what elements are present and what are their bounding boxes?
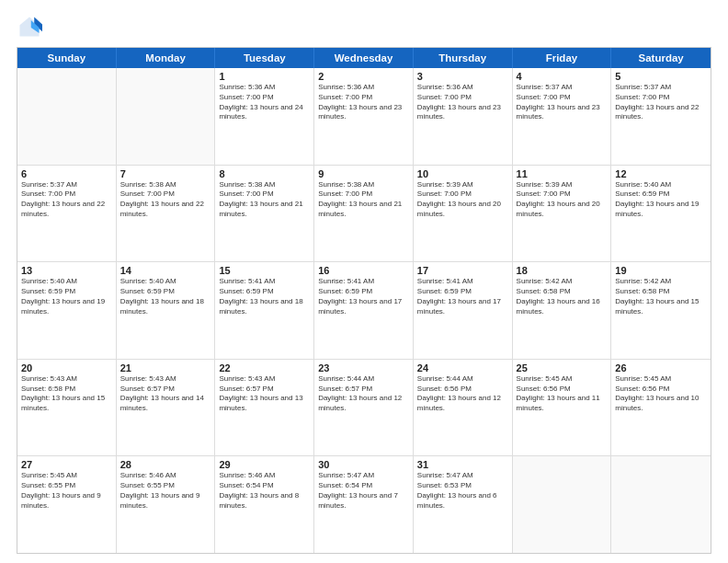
sun-info: Sunrise: 5:37 AM Sunset: 7:00 PM Dayligh… (615, 83, 707, 122)
calendar-cell: 26Sunrise: 5:45 AM Sunset: 6:56 PM Dayli… (611, 360, 711, 456)
day-number: 15 (219, 265, 310, 276)
calendar-cell: 10Sunrise: 5:39 AM Sunset: 7:00 PM Dayli… (414, 166, 513, 262)
calendar-cell: 20Sunrise: 5:43 AM Sunset: 6:58 PM Dayli… (17, 360, 117, 456)
sun-info: Sunrise: 5:38 AM Sunset: 7:00 PM Dayligh… (120, 180, 211, 220)
sun-info: Sunrise: 5:44 AM Sunset: 6:56 PM Dayligh… (417, 374, 508, 414)
sun-info: Sunrise: 5:36 AM Sunset: 7:00 PM Dayligh… (219, 83, 310, 122)
calendar-cell (117, 68, 216, 165)
sun-info: Sunrise: 5:37 AM Sunset: 7:00 PM Dayligh… (517, 83, 608, 122)
day-number: 19 (615, 265, 707, 276)
calendar-week-row: 13Sunrise: 5:40 AM Sunset: 6:59 PM Dayli… (17, 262, 711, 360)
day-number: 2 (318, 71, 409, 82)
calendar-body: 1Sunrise: 5:36 AM Sunset: 7:00 PM Daylig… (17, 68, 711, 553)
sun-info: Sunrise: 5:45 AM Sunset: 6:56 PM Dayligh… (517, 374, 608, 414)
cal-header-cell: Thursday (414, 48, 513, 68)
day-number: 23 (318, 362, 409, 373)
calendar-cell (611, 456, 711, 553)
calendar-cell: 8Sunrise: 5:38 AM Sunset: 7:00 PM Daylig… (215, 166, 314, 262)
calendar-cell: 7Sunrise: 5:38 AM Sunset: 7:00 PM Daylig… (117, 166, 216, 262)
sun-info: Sunrise: 5:45 AM Sunset: 6:55 PM Dayligh… (21, 471, 112, 511)
cal-header-cell: Tuesday (215, 48, 314, 68)
sun-info: Sunrise: 5:45 AM Sunset: 6:56 PM Dayligh… (615, 374, 707, 414)
day-number: 4 (517, 71, 608, 82)
calendar-cell (513, 456, 612, 553)
calendar-cell: 24Sunrise: 5:44 AM Sunset: 6:56 PM Dayli… (414, 360, 513, 456)
calendar-cell: 25Sunrise: 5:45 AM Sunset: 6:56 PM Dayli… (513, 360, 612, 456)
calendar-week-row: 27Sunrise: 5:45 AM Sunset: 6:55 PM Dayli… (17, 456, 711, 553)
calendar-week-row: 6Sunrise: 5:37 AM Sunset: 7:00 PM Daylig… (17, 166, 711, 263)
calendar-cell: 19Sunrise: 5:42 AM Sunset: 6:58 PM Dayli… (611, 262, 711, 359)
day-number: 21 (120, 362, 211, 373)
cal-header-cell: Wednesday (314, 48, 414, 68)
sun-info: Sunrise: 5:42 AM Sunset: 6:58 PM Dayligh… (615, 277, 707, 316)
sun-info: Sunrise: 5:40 AM Sunset: 6:59 PM Dayligh… (21, 277, 112, 316)
sun-info: Sunrise: 5:40 AM Sunset: 6:59 PM Dayligh… (120, 277, 211, 316)
logo (17, 14, 46, 40)
calendar: SundayMondayTuesdayWednesdayThursdayFrid… (17, 47, 711, 554)
sun-info: Sunrise: 5:43 AM Sunset: 6:57 PM Dayligh… (219, 374, 310, 414)
day-number: 28 (120, 459, 211, 470)
calendar-cell: 2Sunrise: 5:36 AM Sunset: 7:00 PM Daylig… (314, 68, 414, 165)
calendar-cell: 27Sunrise: 5:45 AM Sunset: 6:55 PM Dayli… (17, 456, 117, 553)
day-number: 29 (219, 459, 310, 470)
day-number: 22 (219, 362, 310, 373)
calendar-cell: 23Sunrise: 5:44 AM Sunset: 6:57 PM Dayli… (314, 360, 414, 456)
day-number: 7 (120, 168, 211, 179)
sun-info: Sunrise: 5:47 AM Sunset: 6:54 PM Dayligh… (318, 471, 409, 511)
sun-info: Sunrise: 5:39 AM Sunset: 7:00 PM Dayligh… (417, 180, 508, 220)
calendar-cell: 31Sunrise: 5:47 AM Sunset: 6:53 PM Dayli… (414, 456, 513, 553)
sun-info: Sunrise: 5:37 AM Sunset: 7:00 PM Dayligh… (21, 180, 112, 220)
sun-info: Sunrise: 5:47 AM Sunset: 6:53 PM Dayligh… (417, 471, 508, 511)
calendar-header: SundayMondayTuesdayWednesdayThursdayFrid… (17, 48, 711, 68)
day-number: 8 (219, 168, 310, 179)
day-number: 11 (517, 168, 608, 179)
calendar-cell (17, 68, 117, 165)
day-number: 5 (615, 71, 707, 82)
sun-info: Sunrise: 5:36 AM Sunset: 7:00 PM Dayligh… (318, 83, 409, 122)
calendar-cell: 14Sunrise: 5:40 AM Sunset: 6:59 PM Dayli… (117, 262, 216, 359)
calendar-cell: 1Sunrise: 5:36 AM Sunset: 7:00 PM Daylig… (215, 68, 314, 165)
calendar-cell: 12Sunrise: 5:40 AM Sunset: 6:59 PM Dayli… (611, 166, 711, 262)
calendar-week-row: 1Sunrise: 5:36 AM Sunset: 7:00 PM Daylig… (17, 68, 711, 166)
day-number: 30 (318, 459, 409, 470)
sun-info: Sunrise: 5:41 AM Sunset: 6:59 PM Dayligh… (417, 277, 508, 316)
day-number: 3 (417, 71, 508, 82)
day-number: 24 (417, 362, 508, 373)
day-number: 20 (21, 362, 112, 373)
day-number: 6 (21, 168, 112, 179)
cal-header-cell: Friday (513, 48, 612, 68)
sun-info: Sunrise: 5:42 AM Sunset: 6:58 PM Dayligh… (517, 277, 608, 316)
calendar-cell: 22Sunrise: 5:43 AM Sunset: 6:57 PM Dayli… (215, 360, 314, 456)
day-number: 27 (21, 459, 112, 470)
calendar-cell: 13Sunrise: 5:40 AM Sunset: 6:59 PM Dayli… (17, 262, 117, 359)
calendar-cell: 9Sunrise: 5:38 AM Sunset: 7:00 PM Daylig… (314, 166, 414, 262)
calendar-cell: 30Sunrise: 5:47 AM Sunset: 6:54 PM Dayli… (314, 456, 414, 553)
calendar-cell: 28Sunrise: 5:46 AM Sunset: 6:55 PM Dayli… (117, 456, 216, 553)
calendar-cell: 16Sunrise: 5:41 AM Sunset: 6:59 PM Dayli… (314, 262, 414, 359)
sun-info: Sunrise: 5:43 AM Sunset: 6:57 PM Dayligh… (120, 374, 211, 414)
calendar-cell: 6Sunrise: 5:37 AM Sunset: 7:00 PM Daylig… (17, 166, 117, 262)
sun-info: Sunrise: 5:40 AM Sunset: 6:59 PM Dayligh… (615, 180, 707, 220)
day-number: 16 (318, 265, 409, 276)
calendar-cell: 5Sunrise: 5:37 AM Sunset: 7:00 PM Daylig… (611, 68, 711, 165)
calendar-cell: 29Sunrise: 5:46 AM Sunset: 6:54 PM Dayli… (215, 456, 314, 553)
cal-header-cell: Monday (117, 48, 216, 68)
calendar-week-row: 20Sunrise: 5:43 AM Sunset: 6:58 PM Dayli… (17, 360, 711, 457)
day-number: 17 (417, 265, 508, 276)
sun-info: Sunrise: 5:46 AM Sunset: 6:55 PM Dayligh… (120, 471, 211, 511)
calendar-cell: 17Sunrise: 5:41 AM Sunset: 6:59 PM Dayli… (414, 262, 513, 359)
day-number: 1 (219, 71, 310, 82)
sun-info: Sunrise: 5:36 AM Sunset: 7:00 PM Dayligh… (417, 83, 508, 122)
day-number: 14 (120, 265, 211, 276)
sun-info: Sunrise: 5:43 AM Sunset: 6:58 PM Dayligh… (21, 374, 112, 414)
day-number: 13 (21, 265, 112, 276)
cal-header-cell: Sunday (17, 48, 117, 68)
header (17, 14, 711, 40)
calendar-cell: 15Sunrise: 5:41 AM Sunset: 6:59 PM Dayli… (215, 262, 314, 359)
sun-info: Sunrise: 5:44 AM Sunset: 6:57 PM Dayligh… (318, 374, 409, 414)
day-number: 18 (517, 265, 608, 276)
calendar-cell: 21Sunrise: 5:43 AM Sunset: 6:57 PM Dayli… (117, 360, 216, 456)
day-number: 10 (417, 168, 508, 179)
cal-header-cell: Saturday (611, 48, 711, 68)
sun-info: Sunrise: 5:38 AM Sunset: 7:00 PM Dayligh… (219, 180, 310, 220)
